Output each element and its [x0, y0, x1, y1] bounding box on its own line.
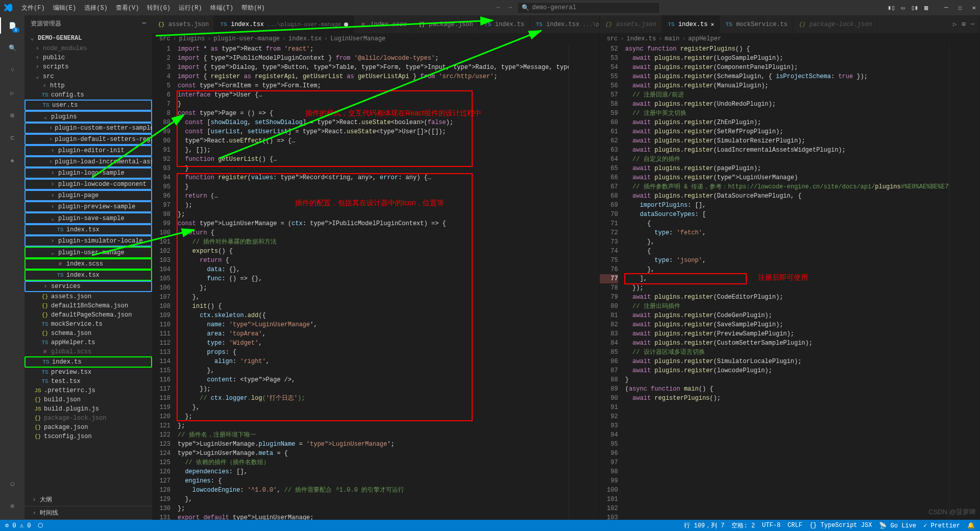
status-item[interactable]: 行 109，列 7	[684, 521, 724, 530]
tree-item[interactable]: ›plugin-logo-sample	[24, 167, 152, 179]
tree-item[interactable]: {}package.json	[24, 423, 152, 432]
breadcrumb-seg[interactable]: plugins	[179, 35, 205, 42]
menu-帮助(H)[interactable]: 帮助(H)	[237, 2, 269, 14]
settings-icon[interactable]: ⚙	[6, 500, 18, 512]
minimap-1[interactable]	[569, 44, 599, 520]
tree-item[interactable]: {}schema.json	[24, 329, 152, 338]
tree-item[interactable]: TSconfig.ts	[24, 90, 152, 100]
tab[interactable]: #index.scss	[354, 15, 412, 33]
tree-item[interactable]: TSindex.tsx	[24, 270, 152, 281]
tree-item[interactable]: ⌄plugins	[24, 111, 152, 123]
menu-查看(V)[interactable]: 查看(V)	[112, 2, 143, 14]
breadcrumb-seg[interactable]: src	[159, 35, 170, 42]
close-icon[interactable]: ✕	[972, 4, 976, 12]
breadcrumb-seg[interactable]: main	[665, 35, 679, 42]
tab[interactable]: TSmockService.ts	[720, 15, 793, 33]
live-icon[interactable]: ◈	[6, 154, 18, 166]
tree-item[interactable]: TSindex.ts	[24, 356, 152, 368]
tree-item[interactable]: #global.scss	[24, 347, 152, 356]
tree-item[interactable]: ⌄src	[24, 71, 152, 81]
code-1[interactable]: import * as type">React from 'react';imp…	[178, 44, 569, 520]
tree-item[interactable]: ›scripts	[24, 62, 152, 71]
nav-fwd-icon[interactable]: →	[508, 4, 511, 11]
maximize-icon[interactable]: ☐	[959, 4, 962, 12]
tree-item[interactable]: ›plugin-simulator-locale	[24, 235, 152, 247]
tree-item[interactable]: ›node_modules	[24, 44, 152, 53]
scm-icon[interactable]: ⑂	[6, 64, 18, 77]
status-item[interactable]: ✓ Prettier	[923, 522, 960, 529]
tree-item[interactable]: #index.scss	[24, 258, 152, 270]
menu-终端(T)[interactable]: 终端(T)	[206, 2, 238, 14]
tree-item[interactable]: {}defaultPageSchema.json	[24, 310, 152, 320]
tree-item[interactable]: ›plugin-lowcode-component	[24, 179, 152, 190]
tab-action-icon[interactable]: ⊞	[962, 20, 966, 28]
workspace-folder[interactable]: ⌄DEMO-GENERAL	[24, 32, 152, 44]
extensions-icon[interactable]: ⊞	[6, 109, 18, 122]
tab[interactable]: {}assets.json	[600, 15, 662, 33]
tree-item[interactable]: ›plugin-default-setters-registry	[24, 134, 152, 145]
tree-item[interactable]: TSmockService.ts	[24, 320, 152, 329]
breadcrumb-seg[interactable]: index.tsx	[288, 35, 322, 42]
status-item[interactable]: ⊘ 0 ⚠ 0	[5, 522, 31, 529]
tree-item[interactable]: ›public	[24, 53, 152, 62]
menu-文件(F)[interactable]: 文件(F)	[17, 2, 49, 14]
tree-item[interactable]: {}package-lock.json	[24, 414, 152, 423]
nav-back-icon[interactable]: ←	[497, 4, 500, 11]
tree-item[interactable]: ›plugin-page	[24, 190, 152, 201]
tab[interactable]: TSindex.tsx...\plugin-user-manage	[214, 15, 354, 33]
tree-item[interactable]: JSbuild.plugin.js	[24, 404, 152, 414]
tree-item[interactable]: {}tsconfig.json	[24, 432, 152, 441]
tab[interactable]: {}package.json	[412, 15, 478, 33]
layout-right-icon[interactable]: ▯▮	[911, 4, 918, 12]
tree-item[interactable]: {}default18nSchema.json	[24, 301, 152, 310]
menu-选择(S)[interactable]: 选择(S)	[80, 2, 112, 14]
tree-item[interactable]: ›services	[24, 281, 152, 292]
layout-left-icon[interactable]: ▮▯	[888, 4, 895, 12]
command-center[interactable]: 🔍 demo-general	[517, 2, 660, 14]
breadcrumb-seg[interactable]: plugin-user-manage	[213, 35, 280, 42]
breadcrumb-2[interactable]: src›index.ts›main›appHelper	[600, 33, 979, 44]
menu-编辑(E)[interactable]: 编辑(E)	[49, 2, 81, 14]
code-2[interactable]: async function registerPlugins() { await…	[625, 44, 949, 520]
tree-item[interactable]: TSindex.tsx	[24, 224, 152, 235]
tree-item[interactable]: ⌄plugin-user-manage	[24, 247, 152, 258]
tab[interactable]: {}assets.json	[152, 15, 214, 33]
layout-custom-icon[interactable]: ▦	[924, 4, 928, 12]
breadcrumb-seg[interactable]: src	[607, 35, 618, 42]
status-item[interactable]: UTF-8	[762, 522, 780, 529]
breadcrumb-seg[interactable]: LuginUserManage	[330, 35, 385, 42]
breadcrumb-1[interactable]: src›plugins›plugin-user-manage›index.tsx…	[152, 33, 599, 44]
status-item[interactable]: {} TypeScript JSX	[810, 522, 872, 529]
menu-转到(G)[interactable]: 转到(G)	[143, 2, 175, 14]
debug-icon[interactable]: ▷	[6, 87, 18, 99]
account-icon[interactable]: ◯	[6, 477, 18, 490]
tab[interactable]: TSindex.ts	[479, 15, 530, 33]
tree-item[interactable]: ›plugin-load-incremental-assets-w...	[24, 156, 152, 167]
sidebar-more-icon[interactable]: ⋯	[142, 19, 146, 28]
minimap-2[interactable]	[949, 44, 979, 520]
timeline-section[interactable]: ›时间线	[24, 506, 152, 520]
tree-item[interactable]: ›plugin-editor-init	[24, 145, 152, 156]
outline-section[interactable]: ›大纲	[24, 493, 152, 506]
status-item[interactable]: 🔔	[967, 522, 975, 529]
tab-action-icon[interactable]: ⋯	[971, 20, 974, 28]
tree-item[interactable]: ›http	[24, 81, 152, 90]
tree-item[interactable]: TSuser.ts	[24, 100, 152, 111]
menu-运行(R)[interactable]: 运行(R)	[175, 2, 206, 14]
tab[interactable]: TSindex.ts✕	[662, 15, 720, 33]
search-activity-icon[interactable]: 🔍	[6, 42, 18, 54]
explorer-icon[interactable]: 📄1	[6, 19, 18, 32]
tree-item[interactable]: ⌄plugin-save-sample	[24, 212, 152, 224]
status-item[interactable]: 空格: 2	[731, 521, 755, 530]
close-tab-icon[interactable]: ✕	[711, 21, 715, 28]
status-item[interactable]: CRLF	[788, 522, 802, 529]
breadcrumb-seg[interactable]: appHelper	[688, 35, 721, 42]
tree-item[interactable]: ›plugin-preview-sample	[24, 201, 152, 212]
minimize-icon[interactable]: —	[944, 4, 948, 12]
tree-item[interactable]: {}assets.json	[24, 292, 152, 301]
status-item[interactable]: 📡 Go Live	[879, 522, 916, 529]
tab[interactable]: {}package-lock.json	[793, 15, 877, 33]
tree-item[interactable]: TSappHelper.ts	[24, 338, 152, 347]
tree-item[interactable]: TStest.tsx	[24, 377, 152, 386]
breadcrumb-seg[interactable]: index.ts	[626, 35, 656, 42]
